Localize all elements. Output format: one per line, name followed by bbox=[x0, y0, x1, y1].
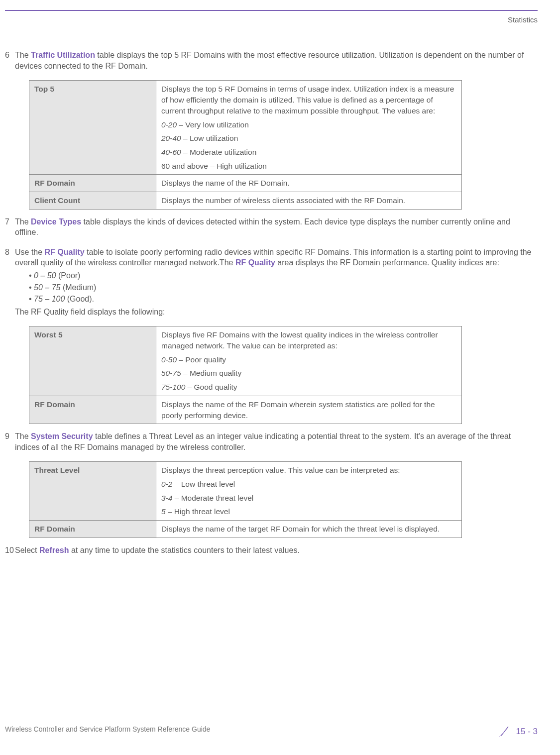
text: (Poor) bbox=[56, 271, 81, 280]
italic-text: 75 – 100 bbox=[34, 295, 65, 303]
post-bullets-text: The RF Quality field displays the follow… bbox=[15, 307, 535, 318]
text: – Low threat level bbox=[172, 480, 235, 488]
table-row: RF DomainDisplays the name of the target… bbox=[29, 521, 462, 538]
page-footer: Wireless Controller and Service Platform… bbox=[5, 725, 538, 740]
text: – Medium quality bbox=[181, 369, 241, 377]
bold-term: RF Quality bbox=[45, 248, 85, 256]
definition-table: Threat LevelDisplays the threat percepti… bbox=[29, 461, 462, 538]
footer-title: Wireless Controller and Service Platform… bbox=[5, 725, 210, 734]
row-label: Threat Level bbox=[29, 462, 156, 521]
bold-term: System Security bbox=[31, 432, 93, 440]
step-body: The System Security table defines a Thre… bbox=[15, 431, 535, 452]
step-intro: Use the RF Quality table to isolate poor… bbox=[15, 247, 535, 268]
row-label: RF Domain bbox=[29, 175, 156, 192]
row-description: Displays the top 5 RF Domains in terms o… bbox=[156, 81, 462, 175]
row-description: Displays the name of the RF Domain where… bbox=[156, 396, 462, 424]
desc-line: Displays the number of wireless clients … bbox=[161, 195, 456, 206]
table-row: RF DomainDisplays the name of the RF Dom… bbox=[29, 175, 462, 192]
list-item: 0 – 50 (Poor) bbox=[29, 270, 535, 281]
row-description: Displays the number of wireless clients … bbox=[156, 192, 462, 209]
text: – Very low utilization bbox=[177, 120, 249, 129]
text: at any time to update the statistics cou… bbox=[69, 546, 300, 554]
step-number: 9 bbox=[5, 431, 15, 442]
step-body: The Traffic Utilization table displays t… bbox=[15, 50, 535, 71]
bold-term: RF Quality bbox=[235, 258, 275, 267]
step-section: 10Select Refresh at any time to update t… bbox=[5, 545, 538, 556]
text: Select bbox=[15, 546, 39, 554]
step-number: 7 bbox=[5, 216, 15, 227]
text: – Moderate threat level bbox=[172, 494, 253, 502]
text: table displays the kinds of devices dete… bbox=[15, 217, 510, 237]
breadcrumb: Statistics bbox=[508, 15, 538, 24]
svg-line-0 bbox=[501, 727, 508, 736]
step-number: 6 bbox=[5, 50, 15, 61]
italic-text: 3-4 bbox=[161, 494, 172, 502]
step-section: 6The Traffic Utilization table displays … bbox=[5, 50, 538, 71]
text: area displays the RF Domain performance.… bbox=[275, 258, 499, 267]
italic-text: 20-40 bbox=[161, 134, 181, 142]
step-body: The Device Types table displays the kind… bbox=[15, 216, 535, 238]
text: – Low utilization bbox=[181, 134, 238, 142]
text: The bbox=[15, 51, 31, 59]
italic-text: 0-2 bbox=[161, 480, 172, 488]
bold-term: Traffic Utilization bbox=[31, 51, 95, 59]
text: – Good quality bbox=[185, 383, 237, 391]
svg-line-1 bbox=[499, 732, 504, 737]
desc-line: Displays five RF Domains with the lowest… bbox=[161, 329, 456, 351]
row-label: Client Count bbox=[29, 192, 156, 209]
step-intro: The System Security table defines a Thre… bbox=[15, 431, 535, 452]
table-row: Worst 5Displays five RF Domains with the… bbox=[29, 326, 462, 396]
text: (Good). bbox=[65, 295, 94, 303]
definition-table: Top 5Displays the top 5 RF Domains in te… bbox=[29, 80, 462, 209]
row-label: RF Domain bbox=[29, 396, 156, 424]
table-row: Client CountDisplays the number of wirel… bbox=[29, 192, 462, 209]
text: (Medium) bbox=[60, 283, 96, 292]
page-number: 15 - 3 bbox=[516, 727, 538, 736]
bold-term: Refresh bbox=[39, 546, 69, 554]
bold-term: Device Types bbox=[31, 217, 81, 226]
step-body: Use the RF Quality table to isolate poor… bbox=[15, 247, 535, 318]
definition-table: Worst 5Displays five RF Domains with the… bbox=[29, 326, 462, 424]
italic-text: 50 – 75 bbox=[34, 283, 60, 292]
row-description: Displays five RF Domains with the lowest… bbox=[156, 326, 462, 396]
step-intro: The Traffic Utilization table displays t… bbox=[15, 50, 535, 71]
desc-line: Displays the top 5 RF Domains in terms o… bbox=[161, 84, 456, 116]
desc-line: 5 – High threat level bbox=[161, 506, 456, 517]
text: – High threat level bbox=[166, 507, 230, 516]
desc-line: 3-4 – Moderate threat level bbox=[161, 493, 456, 504]
desc-line: Displays the threat perception value. Th… bbox=[161, 465, 456, 476]
desc-line: Displays the name of the RF Domain where… bbox=[161, 399, 456, 421]
table-row: RF DomainDisplays the name of the RF Dom… bbox=[29, 396, 462, 424]
desc-line: Displays the name of the target RF Domai… bbox=[161, 524, 456, 535]
row-description: Displays the name of the RF Domain. bbox=[156, 175, 462, 192]
text: – Moderate utilization bbox=[181, 148, 257, 156]
italic-text: 75-100 bbox=[161, 383, 185, 391]
desc-line: 0-2 – Low threat level bbox=[161, 479, 456, 490]
step-intro: Select Refresh at any time to update the… bbox=[15, 545, 535, 556]
desc-line: 0-50 – Poor quality bbox=[161, 354, 456, 365]
italic-text: 5 bbox=[161, 507, 166, 516]
step-section: 7The Device Types table displays the kin… bbox=[5, 216, 538, 238]
row-description: Displays the name of the target RF Domai… bbox=[156, 521, 462, 538]
table-row: Top 5Displays the top 5 RF Domains in te… bbox=[29, 81, 462, 175]
text: – Poor quality bbox=[177, 355, 226, 364]
desc-line: 50-75 – Medium quality bbox=[161, 368, 456, 379]
bullet-list: 0 – 50 (Poor)50 – 75 (Medium)75 – 100 (G… bbox=[29, 270, 535, 305]
italic-text: 50-75 bbox=[161, 369, 181, 377]
desc-line: 0-20 – Very low utilization bbox=[161, 119, 456, 130]
step-number: 10 bbox=[5, 545, 15, 556]
row-label: RF Domain bbox=[29, 521, 156, 538]
desc-line: 20-40 – Low utilization bbox=[161, 133, 456, 144]
italic-text: 0-20 bbox=[161, 120, 177, 129]
desc-line: Displays the name of the RF Domain. bbox=[161, 178, 456, 189]
text: The bbox=[15, 432, 31, 440]
step-body: Select Refresh at any time to update the… bbox=[15, 545, 535, 556]
page-header: Statistics bbox=[5, 10, 538, 25]
row-label: Top 5 bbox=[29, 81, 156, 175]
desc-line: 75-100 – Good quality bbox=[161, 382, 456, 393]
text: Use the bbox=[15, 248, 45, 256]
step-intro: The Device Types table displays the kind… bbox=[15, 216, 535, 238]
row-label: Worst 5 bbox=[29, 326, 156, 396]
desc-line: 60 and above – High utilization bbox=[161, 161, 456, 172]
list-item: 50 – 75 (Medium) bbox=[29, 282, 535, 293]
